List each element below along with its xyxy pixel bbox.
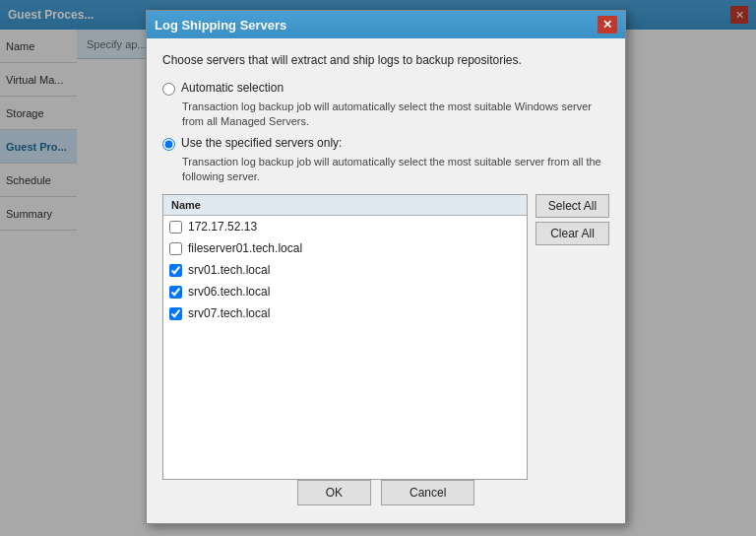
cancel-button[interactable]: Cancel bbox=[381, 480, 474, 505]
list-action-buttons: Select All Clear All bbox=[536, 194, 609, 480]
server-label-srv07: srv07.tech.local bbox=[188, 306, 270, 320]
modal-title: Log Shipping Servers bbox=[155, 18, 286, 33]
modal-description: Choose servers that will extract and shi… bbox=[162, 52, 609, 69]
modal-close-button[interactable]: ✕ bbox=[598, 16, 617, 34]
checkbox-srv01[interactable] bbox=[169, 264, 182, 277]
checkbox-srv07[interactable] bbox=[169, 307, 182, 320]
radio-specified-desc: Transaction log backup job will automati… bbox=[182, 155, 609, 185]
modal-footer: OK Cancel bbox=[147, 470, 625, 515]
list-item[interactable]: srv07.tech.local bbox=[163, 302, 527, 324]
list-item[interactable]: srv01.tech.local bbox=[163, 259, 527, 281]
radio-group-selection: Automatic selection Transaction log back… bbox=[162, 81, 609, 185]
select-all-button[interactable]: Select All bbox=[536, 194, 609, 218]
checkbox-fileserver[interactable] bbox=[169, 242, 182, 255]
radio-automatic-input[interactable] bbox=[162, 83, 175, 96]
ok-button[interactable]: OK bbox=[297, 480, 371, 505]
server-list-container: Name 172.17.52.13 fileserver01.tech.loca… bbox=[162, 194, 609, 480]
server-label-fileserver: fileserver01.tech.local bbox=[188, 241, 302, 255]
server-list-header: Name bbox=[163, 195, 527, 216]
clear-all-button[interactable]: Clear All bbox=[536, 222, 609, 245]
modal-body: Choose servers that will extract and shi… bbox=[147, 38, 625, 494]
server-list-box: Name 172.17.52.13 fileserver01.tech.loca… bbox=[162, 194, 528, 480]
server-label-172: 172.17.52.13 bbox=[188, 220, 257, 234]
list-item[interactable]: 172.17.52.13 bbox=[163, 216, 527, 237]
server-label-srv06: srv06.tech.local bbox=[188, 285, 270, 299]
radio-automatic: Automatic selection bbox=[162, 81, 609, 96]
checkbox-172[interactable] bbox=[169, 221, 182, 234]
radio-automatic-label: Automatic selection bbox=[181, 81, 284, 95]
radio-automatic-desc: Transaction log backup job will automati… bbox=[182, 100, 609, 130]
list-item[interactable]: srv06.tech.local bbox=[163, 281, 527, 302]
log-shipping-dialog: Log Shipping Servers ✕ Choose servers th… bbox=[146, 10, 626, 524]
modal-titlebar: Log Shipping Servers ✕ bbox=[147, 11, 625, 38]
radio-specified-label: Use the specified servers only: bbox=[181, 136, 342, 150]
list-item[interactable]: fileserver01.tech.local bbox=[163, 237, 527, 259]
radio-specified: Use the specified servers only: bbox=[162, 136, 609, 151]
server-label-srv01: srv01.tech.local bbox=[188, 263, 270, 277]
checkbox-srv06[interactable] bbox=[169, 286, 182, 299]
radio-specified-input[interactable] bbox=[162, 138, 175, 151]
